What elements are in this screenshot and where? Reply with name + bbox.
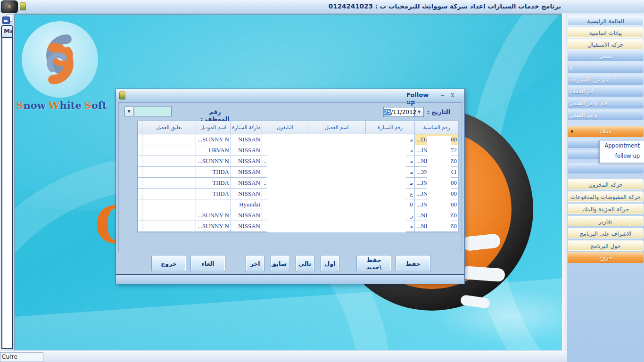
dialog-button[interactable]: اخر (246, 255, 264, 272)
row-indicator (138, 221, 142, 232)
sidebar-item[interactable]: حركة الخزينة والبنك (568, 204, 644, 214)
sidebar-item-empty[interactable] (568, 163, 644, 173)
cell-model (196, 199, 231, 210)
row-indicator (138, 178, 142, 189)
sidebar-item[interactable]: القائمة الرئيسية (568, 16, 644, 26)
column-header[interactable]: ماركة السيارة (231, 121, 262, 134)
sidebar-item[interactable]: تقارير (568, 216, 644, 226)
cell-comment (142, 210, 196, 221)
save-icon[interactable] (2, 15, 12, 24)
employee-dropdown[interactable]: ▼ (124, 107, 133, 116)
cell-brand: NISSAN (231, 210, 262, 221)
sidebar-item-empty[interactable] (568, 139, 600, 148)
left-toolbar: Mai (0, 13, 14, 351)
sidebar-item[interactable]: لام اوامر الشغل (568, 98, 644, 108)
sidebar-item-label: عملاء (599, 128, 612, 135)
tab-main[interactable]: Mai (1, 25, 13, 37)
submenu-item[interactable]: Appointment (600, 140, 644, 151)
dialog-close-icon[interactable]: x (451, 91, 458, 98)
column-header[interactable]: اسم الموديل (196, 121, 231, 134)
cell-model: ...SUNNY N (196, 210, 231, 221)
main-menu-sidebar: القائمة الرئيسية بيانات اساسية حركة الاس… (567, 13, 644, 362)
row-indicator (138, 167, 142, 178)
chevron-down-icon: ▼ (570, 126, 573, 137)
dialog-button[interactable]: اول (321, 255, 339, 272)
column-header[interactable]: رقم السيارة (366, 121, 415, 134)
submenu-item[interactable]: follow up (600, 151, 644, 161)
row-indicator-header (138, 121, 142, 134)
dialog-button[interactable]: سابق (271, 255, 290, 272)
docked-panel (1, 37, 13, 349)
window-title: برنامج خدمات السيارات اعداد شركة سووايت … (329, 2, 561, 10)
sidebar-item[interactable]: حركة الاستقبال (568, 39, 644, 49)
row-indicator (138, 156, 142, 167)
cell-model: TIIDA (196, 189, 231, 199)
status-bar: Curre (0, 351, 644, 362)
app-menu-button[interactable]: ✶ (1, 0, 18, 13)
cell-comment (142, 156, 196, 167)
sidebar-item[interactable]: بيانات اساسية (568, 27, 644, 38)
row-indicator (138, 189, 142, 199)
column-header[interactable]: اسم العميل (308, 121, 366, 134)
sidebar-item[interactable]: حركة المخزون (568, 179, 644, 189)
sidebar-item[interactable]: ة (568, 63, 644, 73)
status-text: Curre (0, 352, 43, 362)
sidebar-item[interactable]: الاشراف على البرنامج (568, 228, 644, 239)
sidebar-item[interactable]: حركة المقبوضات والمدفوعات (568, 191, 644, 202)
cell-brand: NISSAN (231, 221, 262, 232)
company-logo-icon (22, 21, 98, 98)
cell-comment (142, 221, 196, 232)
sidebar-item[interactable]: وامر الشغل (568, 110, 644, 120)
dialog-button[interactable]: الغاء (190, 255, 225, 272)
sidebar-item-clients[interactable]: ▼ عملاء (568, 126, 644, 137)
window-titlebar: ✶ □ _ برنامج خدمات السيارات اعداد شركة س… (0, 0, 644, 14)
date-label: التاريخ : (427, 108, 457, 115)
followup-dialog: Follow up _ x التاريخ : ▼ 25/11/2012 رقم… (116, 89, 465, 284)
dialog-button[interactable]: حفظ \جديد (356, 255, 391, 272)
row-indicator (138, 199, 142, 210)
cell-brand: NISSAN (231, 134, 262, 145)
row-indicator (138, 210, 142, 221)
cell-comment (142, 134, 196, 145)
sidebar-item-empty[interactable] (568, 150, 600, 159)
cell-brand: NISSAN (231, 145, 262, 156)
dialog-titlebar[interactable]: Follow up _ x (116, 89, 464, 102)
cell-brand: NISSAN (231, 178, 262, 189)
dialog-button[interactable]: خروج (151, 255, 186, 272)
column-header[interactable]: تعليق العميل (142, 121, 196, 134)
cell-brand: NISSAN (231, 189, 262, 199)
cell-brand: Hyundai (231, 199, 262, 210)
dialog-button[interactable]: تالى (296, 255, 314, 272)
column-header[interactable]: التليفون (262, 121, 308, 134)
sidebar-item[interactable]: شغل (568, 51, 644, 61)
row-indicator (138, 145, 142, 156)
redaction-overlay (427, 136, 451, 230)
cell-model: URVAN (196, 145, 231, 156)
cell-brand: NISSAN (231, 156, 262, 167)
dialog-button[interactable]: حفظ (396, 255, 430, 272)
cell-model: ...SUNNY N (196, 134, 231, 145)
sidebar-item[interactable]: حول البرنامج (568, 240, 644, 251)
cell-comment (142, 145, 196, 156)
cell-comment (142, 189, 196, 199)
wizard-icon (20, 2, 26, 10)
redaction-overlay (267, 134, 406, 232)
app-icon: ✶ (7, 3, 12, 10)
sidebar-item-exit[interactable]: خروج (568, 252, 644, 263)
date-input[interactable]: 25/11/2012 (383, 107, 414, 117)
cell-comment (142, 178, 196, 189)
application-window: ✶ □ _ برنامج خدمات السيارات اعداد شركة س… (0, 0, 644, 362)
dialog-minimize-icon[interactable]: _ (441, 89, 448, 96)
company-logo-text: SnowWhiteSoft (16, 99, 107, 111)
column-header[interactable]: رقم الشاسية (415, 121, 459, 134)
row-indicator (138, 134, 142, 145)
cell-model: TIIDA (196, 178, 231, 189)
sidebar-item[interactable]: لام العملاء (568, 86, 644, 97)
sidebar-item[interactable]: لام عن السيارات (568, 74, 644, 85)
cell-comment (142, 167, 196, 178)
employee-input[interactable] (134, 106, 172, 116)
cell-model: ...SUNNY N (196, 156, 231, 167)
cell-model: TIIDA (196, 167, 231, 178)
splitter (562, 13, 567, 351)
cell-comment (142, 199, 196, 210)
